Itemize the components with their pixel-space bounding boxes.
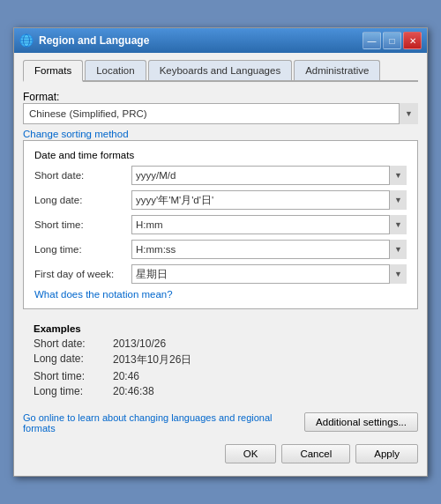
example-long-date: Long date: 2013年10月26日 — [34, 352, 407, 367]
example-short-time-value: 20:46 — [113, 370, 139, 382]
window-controls: — □ ✕ — [363, 32, 422, 49]
short-time-row: Short time: H:mm ▼ — [34, 215, 407, 234]
format-label: Format: — [23, 91, 59, 103]
examples-section: Examples Short date: 2013/10/26 Long dat… — [23, 316, 418, 407]
short-date-row: Short date: yyyy/M/d ▼ — [34, 166, 407, 185]
dialog-window: Region and Language — □ ✕ Formats Locati… — [13, 27, 428, 477]
maximize-button[interactable]: □ — [383, 32, 401, 49]
dialog-content: Formats Location Keyboards and Languages… — [14, 53, 427, 476]
window-icon — [19, 33, 34, 48]
short-time-label: Short time: — [34, 219, 131, 230]
example-short-time: Short time: 20:46 — [34, 370, 407, 382]
long-date-select[interactable]: yyyy'年'M'月'd'日' — [131, 190, 407, 210]
first-day-select-wrap: 星期日 ▼ — [131, 264, 407, 284]
additional-settings-button[interactable]: Additional settings... — [304, 412, 418, 432]
long-time-label: Long time: — [34, 244, 131, 255]
long-time-select[interactable]: H:mm:ss — [131, 240, 407, 259]
example-long-time-value: 20:46:38 — [113, 385, 154, 397]
example-long-time: Long time: 20:46:38 — [34, 385, 407, 397]
close-button[interactable]: ✕ — [403, 32, 422, 49]
short-time-select[interactable]: H:mm — [131, 215, 407, 234]
short-date-label: Short date: — [34, 170, 131, 181]
example-short-date-key: Short date: — [34, 337, 113, 350]
footer-buttons: OK Cancel Apply — [23, 441, 418, 467]
first-day-label: First day of week: — [34, 269, 131, 279]
tab-keyboards[interactable]: Keyboards and Languages — [148, 60, 292, 80]
title-bar: Region and Language — □ ✕ — [14, 28, 427, 53]
example-short-date: Short date: 2013/10/26 — [34, 337, 407, 350]
tab-location[interactable]: Location — [85, 60, 146, 80]
cancel-button[interactable]: Cancel — [281, 444, 350, 463]
window-title: Region and Language — [39, 34, 363, 47]
change-sorting-link[interactable]: Change sorting method — [23, 129, 129, 139]
date-time-label: Date and time formats — [34, 150, 407, 160]
tab-formats[interactable]: Formats — [23, 60, 83, 82]
format-select-wrapper: Chinese (Simplified, PRC) ▼ — [23, 103, 418, 124]
short-date-select-wrap: yyyy/M/d ▼ — [131, 166, 407, 185]
examples-title: Examples — [34, 323, 407, 334]
example-long-time-key: Long time: — [34, 385, 113, 397]
format-section: Format: Chinese (Simplified, PRC) ▼ Chan… — [23, 91, 418, 140]
tab-bar: Formats Location Keyboards and Languages… — [23, 60, 418, 82]
example-short-time-key: Short time: — [34, 370, 113, 382]
first-day-row: First day of week: 星期日 ▼ — [34, 264, 407, 284]
apply-button[interactable]: Apply — [355, 444, 418, 463]
long-date-select-wrap: yyyy'年'M'月'd'日' ▼ — [131, 190, 407, 210]
long-time-row: Long time: H:mm:ss ▼ — [34, 240, 407, 259]
ok-button[interactable]: OK — [225, 444, 277, 463]
minimize-button[interactable]: — — [363, 32, 381, 49]
date-time-section: Date and time formats Short date: yyyy/M… — [23, 140, 418, 309]
tab-administrative[interactable]: Administrative — [294, 60, 380, 80]
long-date-label: Long date: — [34, 195, 131, 205]
example-short-date-value: 2013/10/26 — [113, 337, 166, 350]
short-date-select[interactable]: yyyy/M/d — [131, 166, 407, 185]
format-select[interactable]: Chinese (Simplified, PRC) — [23, 103, 418, 124]
notation-link[interactable]: What does the notation mean? — [34, 289, 407, 300]
long-time-select-wrap: H:mm:ss ▼ — [131, 240, 407, 259]
example-long-date-value: 2013年10月26日 — [113, 352, 191, 367]
short-time-select-wrap: H:mm ▼ — [131, 215, 407, 234]
example-long-date-key: Long date: — [34, 352, 113, 367]
long-date-row: Long date: yyyy'年'M'月'd'日' ▼ — [34, 190, 407, 210]
first-day-select[interactable]: 星期日 — [131, 264, 407, 284]
